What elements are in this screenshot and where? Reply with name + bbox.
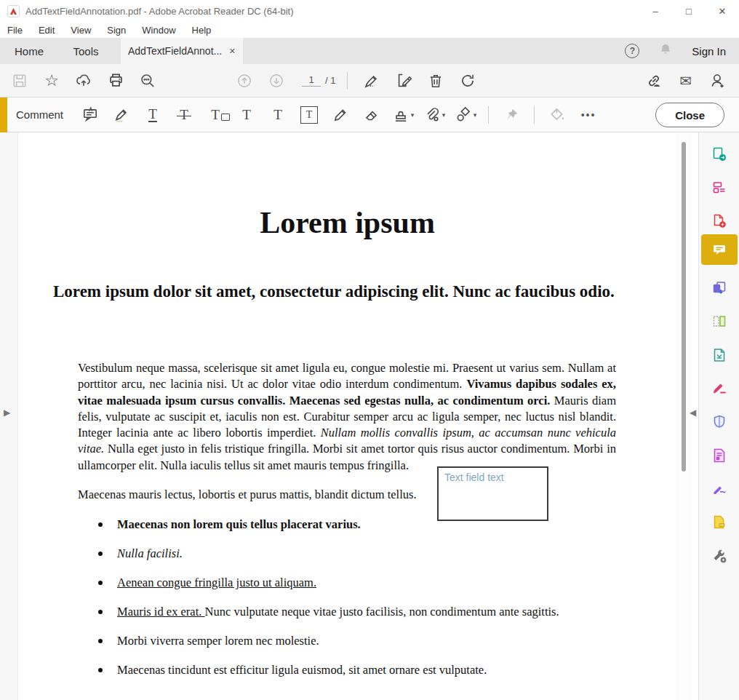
protect-icon[interactable] <box>707 410 732 434</box>
fill-sign-icon[interactable] <box>707 376 732 401</box>
attach-dropdown-caret: ▾ <box>442 111 446 119</box>
draw-pencil-icon[interactable] <box>327 102 353 128</box>
print-icon[interactable] <box>103 68 128 93</box>
review-comments-icon[interactable] <box>707 510 732 535</box>
menu-file[interactable]: File <box>7 25 23 36</box>
minimize-button[interactable]: – <box>639 0 672 22</box>
document-area: ▶ Lorem ipsum Lorem ipsum dolor sit amet… <box>0 132 739 700</box>
help-icon[interactable]: ? <box>625 44 639 58</box>
acrobat-app-icon <box>7 5 20 17</box>
favorites-star-icon[interactable]: ☆ <box>39 68 64 93</box>
cloud-upload-icon[interactable] <box>71 68 96 93</box>
share-link-icon[interactable] <box>642 68 666 93</box>
eraser-icon[interactable] <box>359 102 385 128</box>
text-field-value: Text field text <box>444 472 504 483</box>
close-tab-icon[interactable]: ✕ <box>229 47 236 56</box>
add-user-icon[interactable] <box>706 68 730 93</box>
underline-text-icon[interactable]: T <box>140 102 166 128</box>
tab-document[interactable]: AddTextFieldAnnot... ✕ <box>121 38 243 64</box>
insert-text-icon[interactable]: T∧ <box>233 102 260 128</box>
comment-toolbar-label: Comment <box>16 98 63 132</box>
paragraph-1: Vestibulum neque massa, scelerisque sit … <box>78 360 616 474</box>
delete-page-icon[interactable] <box>423 68 448 93</box>
title-bar: AddTextFieldAnnotation.pdf - Adobe Acrob… <box>0 0 739 22</box>
note-to-replace-text-icon[interactable]: T <box>202 102 228 128</box>
shapes-icon[interactable]: ▾ <box>452 102 479 128</box>
tools-rail <box>698 132 739 700</box>
notifications-bell-icon[interactable] <box>658 42 673 60</box>
page-total-label: / 1 <box>325 75 335 86</box>
scrollbar-thumb[interactable] <box>682 142 686 472</box>
search-icon[interactable] <box>135 68 160 93</box>
toolbar-divider <box>347 72 348 90</box>
fill-color-icon[interactable] <box>544 102 570 128</box>
highlighter-icon[interactable] <box>108 102 135 128</box>
document-tab-label: AddTextFieldAnnot... <box>128 45 222 57</box>
stamp-icon[interactable]: ▾ <box>390 102 416 128</box>
add-text-comment-icon[interactable]: T <box>265 102 291 128</box>
save-icon[interactable] <box>7 68 32 93</box>
prepare-form-icon[interactable] <box>707 443 732 468</box>
menu-window[interactable]: Window <box>142 25 175 36</box>
next-page-icon[interactable] <box>264 68 289 93</box>
organize-pages-icon[interactable] <box>707 309 732 334</box>
document-heading: Lorem ipsum dolor sit amet, consectetur … <box>53 280 618 303</box>
create-pdf-icon[interactable] <box>707 209 732 234</box>
document-title: Lorem ipsum <box>18 205 676 240</box>
menu-edit[interactable]: Edit <box>39 25 55 36</box>
list-item: Aenean congue fringilla justo ut aliquam… <box>97 575 606 591</box>
strikethrough-text-icon[interactable]: T <box>171 102 197 128</box>
close-comment-button[interactable]: Close <box>655 103 724 127</box>
tab-home[interactable]: Home <box>0 38 58 64</box>
list-item: Mauris id ex erat. Nunc vulputate neque … <box>97 604 606 620</box>
maximize-button[interactable]: □ <box>672 0 706 22</box>
edit-page-icon[interactable] <box>391 68 416 93</box>
combine-files-icon[interactable] <box>707 276 732 301</box>
email-icon[interactable]: ✉ <box>674 68 698 93</box>
menu-sign[interactable]: Sign <box>107 25 126 36</box>
menu-help[interactable]: Help <box>192 25 212 36</box>
main-toolbar: ☆ 1 / 1 <box>0 64 739 98</box>
stamp-dropdown-caret: ▾ <box>411 111 415 119</box>
comment-divider-2 <box>534 106 535 124</box>
collapse-right-panel-icon[interactable]: ◀ <box>690 407 696 418</box>
list-item: Nulla facilisi. <box>97 546 606 562</box>
comment-accent-bar <box>0 98 7 132</box>
close-window-button[interactable]: ✕ <box>706 0 739 22</box>
request-signatures-icon[interactable] <box>707 477 732 501</box>
menu-bar: File Edit View Sign Window Help <box>0 22 739 38</box>
tab-bar: Home Tools AddTextFieldAnnot... ✕ ? Sign… <box>0 38 739 64</box>
compress-pdf-icon[interactable] <box>707 343 732 367</box>
rotate-page-icon[interactable] <box>455 68 480 93</box>
list-item: Morbi viverra semper lorem nec molestie. <box>97 633 606 649</box>
comment-tool-icon-active[interactable] <box>701 234 738 265</box>
vertical-scrollbar[interactable] <box>676 132 691 700</box>
edit-pdf-icon[interactable] <box>707 175 732 200</box>
window-title: AddTextFieldAnnotation.pdf - Adobe Acrob… <box>25 6 294 17</box>
comment-toolbar: Comment T T T T∧ T T ▾ ▾ ▾ <box>0 98 739 132</box>
text-box-icon[interactable]: T <box>296 102 322 128</box>
comment-divider <box>488 106 489 124</box>
export-pdf-icon[interactable] <box>707 142 732 167</box>
shapes-dropdown-caret: ▾ <box>474 111 477 119</box>
menu-view[interactable]: View <box>71 25 91 36</box>
expand-left-panel-icon[interactable]: ▶ <box>4 407 10 418</box>
attach-file-icon[interactable]: ▾ <box>421 102 447 128</box>
pdf-page: Lorem ipsum Lorem ipsum dolor sit amet, … <box>18 132 676 700</box>
page-number-input[interactable]: 1 <box>302 74 321 87</box>
pin-icon[interactable] <box>498 102 524 128</box>
sign-in-button[interactable]: Sign In <box>692 45 726 57</box>
text-field-annotation[interactable]: Text field text <box>437 466 548 521</box>
previous-page-icon[interactable] <box>232 68 257 93</box>
more-options-icon[interactable]: ••• <box>575 102 602 128</box>
bullet-list: Maecenas non lorem quis tellus placerat … <box>97 517 606 691</box>
list-item: Maecenas tincidunt est efficitur ligula … <box>97 662 606 678</box>
more-tools-icon[interactable] <box>707 544 732 568</box>
tab-tools[interactable]: Tools <box>58 38 113 64</box>
sign-pen-icon[interactable] <box>359 68 384 93</box>
list-item: Maecenas non lorem quis tellus placerat … <box>97 517 606 533</box>
